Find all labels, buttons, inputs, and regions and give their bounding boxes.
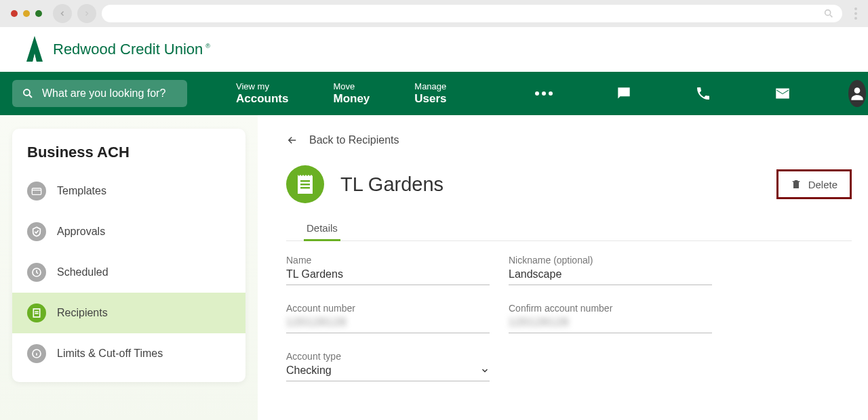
arrow-left-icon xyxy=(286,134,298,146)
sidebar-item-label: Templates xyxy=(57,185,106,197)
clock-icon xyxy=(27,263,46,282)
delete-button[interactable]: Delete xyxy=(776,169,852,199)
nickname-input[interactable]: Landscape xyxy=(509,268,712,285)
confirm-account-number-label: Confirm account number xyxy=(509,303,712,314)
sidebar-item-label: Approvals xyxy=(57,226,105,238)
mail-icon[interactable] xyxy=(774,84,791,103)
sidebar-item-label: Scheduled xyxy=(57,266,108,278)
profile-avatar[interactable] xyxy=(848,80,866,107)
sidebar-item-limits[interactable]: Limits & Cut-off Times xyxy=(12,333,245,374)
chevron-down-icon xyxy=(480,366,490,375)
logo-text: Redwood Credit Union xyxy=(53,41,203,58)
brand-logo[interactable]: Redwood Credit Union ® xyxy=(24,35,210,64)
account-number-input[interactable]: 120128128 xyxy=(286,316,490,333)
info-icon xyxy=(27,344,46,363)
account-type-select[interactable]: Checking xyxy=(286,364,490,381)
svg-point-1 xyxy=(24,89,30,96)
svg-point-0 xyxy=(825,10,831,16)
name-label: Name xyxy=(286,255,490,266)
account-number-label: Account number xyxy=(286,303,490,314)
tab-details[interactable]: Details xyxy=(304,217,340,240)
site-search-input[interactable] xyxy=(42,87,178,100)
approvals-icon xyxy=(27,222,46,241)
tabs: Details xyxy=(286,217,852,241)
browser-back-button[interactable] xyxy=(53,4,72,23)
sidebar-item-label: Limits & Cut-off Times xyxy=(57,348,163,360)
trash-icon xyxy=(791,178,802,190)
svg-rect-8 xyxy=(300,184,310,186)
name-input[interactable]: TL Gardens xyxy=(286,268,490,285)
maximize-window-icon[interactable] xyxy=(35,10,42,17)
templates-icon xyxy=(27,182,46,201)
search-icon xyxy=(823,8,834,19)
browser-chrome xyxy=(0,0,868,27)
sidebar-item-approvals[interactable]: Approvals xyxy=(12,211,245,252)
window-controls xyxy=(11,10,42,17)
messages-icon[interactable] xyxy=(615,84,633,103)
recipient-receipt-icon xyxy=(286,165,324,203)
more-menu-icon[interactable] xyxy=(535,84,553,103)
person-icon xyxy=(848,85,866,102)
minimize-window-icon[interactable] xyxy=(23,10,30,17)
main-panel: Back to Recipients TL Gardens Delete Det… xyxy=(258,115,868,420)
svg-point-2 xyxy=(854,87,860,93)
svg-rect-9 xyxy=(300,187,310,189)
nav-users[interactable]: Manage Users xyxy=(414,81,446,106)
back-label: Back to Recipients xyxy=(309,134,399,146)
nav-money[interactable]: Move Money xyxy=(333,81,370,106)
address-bar[interactable] xyxy=(102,5,842,22)
browser-menu-icon[interactable] xyxy=(854,7,857,20)
sidebar-item-scheduled[interactable]: Scheduled xyxy=(12,252,245,293)
svg-rect-7 xyxy=(300,180,310,182)
confirm-account-number-input[interactable]: 120128128 xyxy=(509,316,712,333)
account-type-label: Account type xyxy=(286,351,490,362)
phone-icon[interactable] xyxy=(695,84,711,103)
sidebar: Business ACH Templates Approvals Schedul… xyxy=(12,129,245,382)
delete-label: Delete xyxy=(808,179,837,190)
search-icon xyxy=(22,87,34,100)
sidebar-item-recipients[interactable]: Recipients xyxy=(12,293,245,333)
sidebar-item-templates[interactable]: Templates xyxy=(12,171,245,211)
page-title: TL Gardens xyxy=(340,173,776,196)
svg-rect-3 xyxy=(32,188,41,194)
primary-nav: View my Accounts Move Money Manage Users xyxy=(0,72,868,115)
nav-accounts[interactable]: View my Accounts xyxy=(236,81,288,106)
receipt-icon xyxy=(27,303,46,322)
close-window-icon[interactable] xyxy=(11,10,18,17)
back-to-recipients-link[interactable]: Back to Recipients xyxy=(286,134,852,146)
nickname-label: Nickname (optional) xyxy=(509,255,712,266)
logo-tree-icon xyxy=(24,35,45,64)
sidebar-title: Business ACH xyxy=(12,144,245,171)
site-search[interactable] xyxy=(12,80,187,107)
browser-forward-button[interactable] xyxy=(77,4,96,23)
logo-bar: Redwood Credit Union ® xyxy=(0,27,868,72)
sidebar-item-label: Recipients xyxy=(57,307,108,319)
